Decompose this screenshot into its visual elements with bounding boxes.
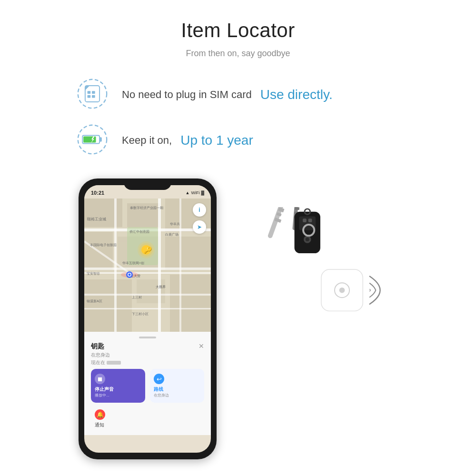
svg-text:上三村: 上三村 (132, 296, 142, 299)
svg-rect-18 (165, 237, 211, 270)
svg-rect-25 (84, 294, 211, 296)
svg-text:🔑: 🔑 (144, 246, 152, 254)
feature-sim-text-highlight: Use directly. (260, 87, 333, 102)
feature-sim-text-normal: No need to plug in SIM card (122, 89, 252, 101)
phone-bottom-panel: 钥匙 在您身边 现在在 ✕ ⏹ 停止声音 播放中... (84, 332, 211, 435)
svg-text:锦溪新A区: 锦溪新A区 (86, 299, 102, 303)
notify-icon: 🔔 (95, 409, 105, 420)
svg-text:颐裕工业城: 颐裕工业城 (87, 217, 106, 221)
page-subtitle: From then on, say goodbye (186, 49, 290, 59)
action-stop-sound-button[interactable]: ⏹ 停止声音 播放中... (91, 369, 145, 403)
feature-battery-text-normal: Keep it on, (122, 134, 172, 147)
page-title: Item Locator (181, 19, 295, 42)
svg-rect-26 (84, 308, 211, 309)
svg-rect-28 (158, 198, 161, 332)
action-route-sub: 在您身边 (154, 393, 169, 398)
svg-rect-27 (114, 198, 117, 332)
panel-item-status1: 在您身边 (91, 352, 121, 358)
feature-battery-text: Keep it on, Up to 1 year (122, 133, 253, 148)
feature-battery-text-highlight: Up to 1 year (180, 133, 253, 148)
panel-close-button[interactable]: ✕ (198, 342, 204, 350)
svg-text:宝安智谷: 宝安智谷 (87, 272, 100, 275)
svg-rect-29 (179, 198, 181, 332)
svg-text:丰国际电子创新园: 丰国际电子创新园 (90, 243, 117, 247)
feature-sim-row: No need to plug in SIM card Use directly… (29, 78, 447, 112)
svg-point-53 (129, 274, 131, 276)
svg-rect-61 (295, 207, 299, 210)
svg-rect-23 (84, 268, 211, 270)
panel-item-name: 钥匙 (91, 342, 121, 351)
status-icons: ▲ WiFi ▓ (186, 190, 204, 195)
battery-icon-wrap (76, 123, 110, 158)
svg-point-67 (306, 238, 309, 241)
svg-rect-68 (303, 218, 307, 222)
svg-rect-9 (99, 137, 102, 141)
map-nav-button[interactable]: ➤ (193, 220, 206, 234)
keys-tracker-svg (240, 207, 397, 383)
route-icon: ↩ (154, 374, 164, 384)
svg-text:华丰互联网+创: 华丰互联网+创 (122, 261, 144, 265)
svg-point-73 (339, 288, 345, 293)
action-route-button[interactable]: ↩ 路线 在您身边 (150, 369, 204, 403)
svg-rect-24 (84, 272, 211, 274)
svg-text:白鹿广场: 白鹿广场 (165, 233, 178, 236)
battery-status-icon: ▓ (201, 190, 204, 195)
svg-rect-6 (92, 95, 95, 98)
panel-actions: ⏹ 停止声音 播放中... ↩ 路线 在您身边 (91, 369, 204, 403)
battery-icon (76, 123, 109, 156)
svg-marker-2 (85, 86, 89, 90)
page: Item Locator From then on, say goodbye N… (0, 0, 476, 476)
svg-rect-3 (88, 91, 91, 94)
notify-button[interactable]: 🔔 通知 (91, 407, 204, 431)
svg-rect-10 (83, 136, 96, 142)
action-stop-sub: 播放中... (95, 393, 109, 398)
map-info-button[interactable]: i (193, 203, 206, 217)
sim-card-icon (76, 78, 109, 110)
panel-item-info: 钥匙 在您身边 现在在 (91, 342, 121, 366)
svg-rect-69 (308, 218, 312, 222)
phone-body: 10:21 ▲ WiFi ▓ (79, 178, 217, 459)
svg-text:华丰共: 华丰共 (170, 222, 180, 226)
phone-screen: 10:21 ▲ WiFi ▓ (84, 185, 211, 453)
action-stop-label: 停止声音 (95, 386, 114, 393)
keys-tracker-section (240, 207, 397, 385)
svg-rect-19 (84, 279, 132, 332)
stop-icon: ⏹ (95, 374, 105, 384)
svg-rect-21 (170, 275, 211, 332)
feature-sim-text: No need to plug in SIM card Use directly… (122, 87, 333, 102)
svg-rect-4 (92, 91, 95, 94)
panel-item-status2: 现在在 (91, 359, 121, 366)
notify-label: 通知 (95, 422, 104, 428)
sim-icon-wrap (76, 78, 110, 112)
panel-drag-handle (139, 337, 156, 338)
signal-icon: ▲ (186, 190, 190, 195)
phone-notch (124, 178, 171, 190)
phone-mockup: 10:21 ▲ WiFi ▓ (79, 178, 226, 459)
wifi-icon: WiFi (191, 190, 199, 195)
svg-text:泰数字经济产业园一期: 泰数字经济产业园一期 (130, 206, 163, 210)
action-route-label: 路线 (154, 386, 163, 393)
svg-rect-54 (267, 207, 292, 239)
map-area: 颐裕工业城 泰数字经济产业园一期 丰国际电子创新园 侨汇中创意园 华丰共 白鹿广… (84, 198, 211, 332)
feature-battery-row: Keep it on, Up to 1 year (29, 123, 447, 158)
status-time: 10:21 (91, 190, 104, 196)
svg-text:侨汇中创意园: 侨汇中创意园 (129, 230, 149, 233)
svg-rect-5 (88, 95, 91, 98)
map-svg: 颐裕工业城 泰数字经济产业园一期 丰国际电子创新园 侨汇中创意园 华丰共 白鹿广… (84, 198, 211, 332)
svg-text:下三村小区: 下三村小区 (132, 312, 149, 316)
svg-text:大视界: 大视界 (156, 285, 166, 288)
main-content: 10:21 ▲ WiFi ▓ (29, 178, 447, 459)
panel-header: 钥匙 在您身边 现在在 ✕ (91, 342, 204, 366)
